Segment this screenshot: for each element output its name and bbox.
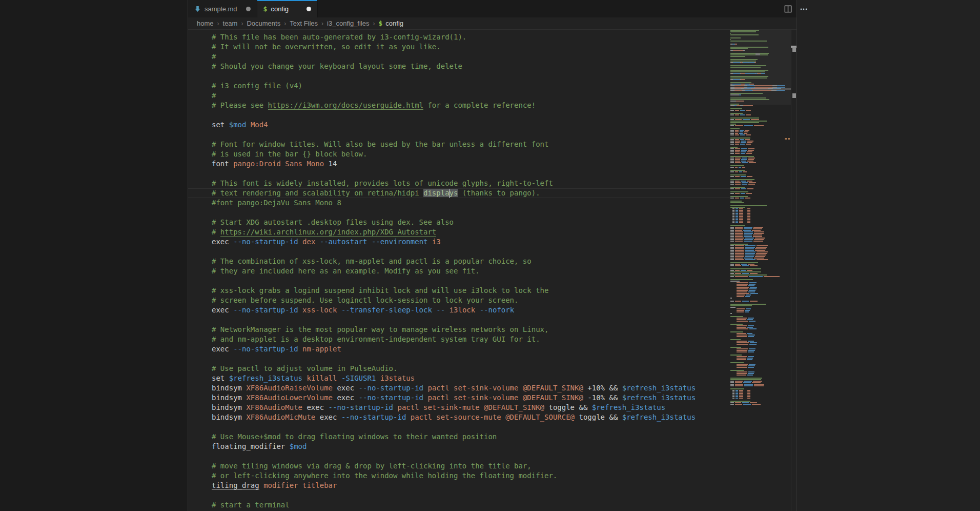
code-line[interactable]: # [188,91,730,101]
breadcrumb-item-i3-config-files[interactable]: i3_config_files [327,19,369,27]
code-line[interactable]: # move tiling windows via drag & drop by… [188,461,730,471]
code-line[interactable]: # Start XDG autostart .desktop files usi… [188,218,730,227]
minimap-row [730,398,791,399]
code-line[interactable]: # [188,52,730,62]
code-line[interactable] [188,422,730,432]
code-line[interactable]: # i3 config file (v4) [188,81,730,91]
code-line[interactable]: bindsym XF86AudioMicMute exec --no-start… [188,412,730,422]
dirty-indicator[interactable] [307,7,311,11]
code-line[interactable]: # and nm-applet is a desktop environment… [188,335,730,344]
minimap-row [730,238,791,239]
minimap-row [730,114,791,115]
minimap-row [730,341,791,342]
code-line[interactable]: # they are included here as an example. … [188,266,730,276]
breadcrumb-item-team[interactable]: team [223,19,238,27]
code-line[interactable] [188,490,730,500]
code-line[interactable]: # Use pactl to adjust volume in PulseAud… [188,364,730,374]
minimap-row [730,111,791,112]
split-editor-button[interactable] [781,3,794,15]
minimap-row [730,256,791,257]
code-line[interactable]: # The combination of xss-lock, nm-applet… [188,257,730,266]
code-line[interactable]: # Should you change your keyboard layout… [188,62,730,71]
breadcrumb-item-text-files[interactable]: Text Files [290,19,318,27]
code-line[interactable] [188,71,730,81]
overview-ruler[interactable] [791,30,797,511]
breadcrumb-separator-icon: › [373,20,375,27]
minimap-row [730,299,791,300]
minimap-row [730,345,791,346]
breadcrumb-separator-icon: › [284,20,286,27]
code-line[interactable] [188,354,730,364]
code-line[interactable] [188,130,730,140]
minimap-row [730,233,791,234]
code-line[interactable]: exec --no-startup-id dex --autostart --e… [188,237,730,247]
code-line[interactable] [188,315,730,325]
minimap-row [730,311,791,312]
code-line[interactable] [188,276,730,286]
minimap-row [730,231,791,232]
code-line[interactable]: # This file has been auto-generated by i… [188,32,730,42]
minimap-row [730,339,791,340]
code-line[interactable]: # Use Mouse+$mod to drag floating window… [188,432,730,442]
minimap-row [730,248,791,249]
code-line[interactable]: # or left-clicking anywhere into the win… [188,471,730,481]
code-line[interactable] [188,451,730,461]
breadcrumb-item-documents[interactable]: Documents [247,19,280,27]
code-line[interactable]: # It will not be overwritten, so edit it… [188,42,730,52]
minimap-row [730,258,791,259]
vscode-workbench: sample.md $ config home›team›Documents›T… [0,0,980,511]
code-line[interactable]: exec --no-startup-id nm-applet [188,344,730,354]
code-line[interactable]: tiling_drag modifier titlebar [188,481,730,490]
code-line[interactable]: # https://wiki.archlinux.org/index.php/X… [188,227,730,237]
editor[interactable]: # This file has been auto-generated by i… [188,29,797,511]
code-line[interactable]: exec --no-startup-id xss-lock --transfer… [188,305,730,315]
code-line[interactable]: # Font for window titles. Will also be u… [188,140,730,149]
code-line[interactable] [188,110,730,120]
minimap-row [730,381,791,382]
code-line[interactable]: # Please see https://i3wm.org/docs/userg… [188,101,730,110]
breadcrumb-item-home[interactable]: home [197,19,214,27]
workbench-background-right [797,0,980,511]
code-line[interactable]: font pango:Droid Sans Mono 14 [188,159,730,169]
dirty-indicator[interactable] [246,7,251,11]
breadcrumb-label: team [223,19,238,27]
minimap-row [730,298,791,299]
more-actions-button[interactable] [797,3,810,15]
code-line[interactable]: bindsym XF86AudioMute exec --no-startup-… [188,403,730,412]
code-line[interactable]: bindsym XF86AudioRaiseVolume exec --no-s… [188,383,730,393]
code-line[interactable]: set $mod Mod4 [188,120,730,130]
minimap-row [730,271,791,272]
breadcrumb-item-config[interactable]: $config [378,19,403,27]
code-line[interactable]: # NetworkManager is the most popular way… [188,325,730,335]
tab-sample-md[interactable]: sample.md [188,0,257,17]
code-line[interactable] [188,208,730,218]
minimap-row [730,301,791,302]
code-line-active[interactable]: # text rendering and scalability on reti… [188,188,730,198]
code-line[interactable]: # start a terminal [188,500,730,510]
minimap-row [730,387,791,388]
code-line[interactable]: # screen before suspend. Use loginctl lo… [188,296,730,305]
minimap-row [730,325,791,326]
minimap-row [730,184,791,185]
code-line[interactable]: set $refresh_i3status killall -SIGUSR1 i… [188,374,730,383]
minimap-slider[interactable] [730,30,791,105]
tab-config[interactable]: $ config [257,0,318,17]
code-line[interactable] [188,247,730,257]
minimap-row [730,290,791,291]
minimap-row [730,247,791,248]
workbench-background-left [0,0,188,511]
minimap-row [730,116,791,117]
minimap-row [730,241,791,242]
code-line[interactable]: floating_modifier $mod [188,442,730,451]
code-line[interactable]: # xss-lock grabs a logind suspend inhibi… [188,286,730,296]
minimap-row [730,379,791,380]
minimap-row [730,331,791,332]
code-line[interactable]: # is used in the bar {} block below. [188,149,730,159]
code-content[interactable]: # This file has been auto-generated by i… [188,32,730,511]
code-line[interactable]: #font pango:DejaVu Sans Mono 8 [188,198,730,208]
code-line[interactable] [188,169,730,179]
minimap-row [730,328,791,329]
minimap-row [730,196,791,197]
code-line[interactable]: bindsym XF86AudioLowerVolume exec --no-s… [188,393,730,403]
code-line[interactable]: # This font is widely installed, provide… [188,179,730,188]
